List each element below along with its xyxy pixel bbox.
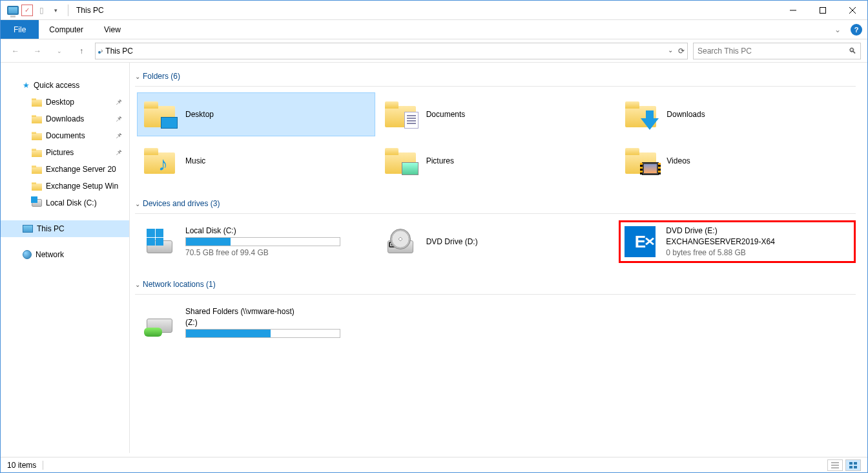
quick-access-label: Quick access	[34, 81, 79, 90]
search-input[interactable]	[698, 47, 849, 56]
refresh-button[interactable]: ⟳	[678, 47, 685, 56]
dvd-icon: DVD	[384, 225, 417, 258]
tab-view[interactable]: View	[94, 20, 131, 39]
tile-local-disk-c[interactable]: Local Disk (C:) 70.5 GB free of 99.4 GB	[138, 220, 375, 263]
sidebar-item-label: Network	[36, 250, 64, 259]
exchange-icon: E	[623, 225, 657, 258]
sidebar-item-documents[interactable]: Documents 📌︎	[1, 127, 129, 144]
chevron-down-icon: ⌄	[135, 281, 140, 288]
address-bar[interactable]: › This PC ⌄ ⟳	[95, 43, 688, 59]
pin-icon: 📌︎	[115, 114, 123, 123]
ribbon-expand-icon[interactable]: ⌄	[831, 25, 844, 34]
divider	[68, 5, 68, 16]
sidebar-item-label: Local Disk (C:)	[46, 198, 97, 207]
tile-label-2: (Z:)	[185, 318, 369, 327]
sidebar-item-this-pc[interactable]: This PC	[1, 220, 129, 237]
titlebar: ✓ ▯ ▾ This PC	[1, 1, 867, 20]
sidebar-item-label: Exchange Server 20	[46, 165, 116, 174]
tile-label: DVD Drive (E:)	[666, 226, 851, 235]
pin-icon: 📌︎	[115, 131, 123, 140]
qat-checklist-icon[interactable]: ✓	[21, 5, 33, 16]
sidebar-item-label: Pictures	[46, 148, 74, 157]
sidebar-item-label: Desktop	[46, 98, 74, 107]
folder-icon	[32, 182, 42, 191]
view-details-button[interactable]	[827, 459, 843, 471]
videos-folder-icon	[624, 144, 657, 178]
search-box[interactable]: 🔍︎	[693, 43, 861, 59]
forward-button[interactable]: →	[29, 43, 46, 59]
minimize-button[interactable]	[778, 1, 808, 19]
tile-subtext: 0 bytes free of 5.88 GB	[666, 248, 851, 257]
ribbon: File Computer View ⌄ ?	[1, 20, 867, 39]
sidebar-item-downloads[interactable]: Downloads 📌︎	[1, 110, 129, 127]
sidebar-item-label: Exchange Setup Win	[46, 182, 118, 191]
documents-folder-icon	[384, 98, 417, 131]
network-icon	[23, 250, 32, 259]
tab-file[interactable]: File	[1, 20, 39, 39]
sidebar: ★ Quick access Desktop 📌︎ Downloads 📌︎ D…	[1, 63, 130, 453]
group-header-network[interactable]: ⌄ Network locations (1)	[135, 276, 856, 295]
sidebar-item-exchange-setup[interactable]: Exchange Setup Win	[1, 178, 129, 194]
navigation-row: ← → ⌄ ↑ › This PC ⌄ ⟳ 🔍︎	[1, 39, 867, 63]
group-header-label: Folders (6)	[143, 72, 180, 81]
breadcrumb-this-pc[interactable]: This PC	[105, 47, 133, 56]
chevron-right-icon[interactable]: ›	[101, 47, 103, 54]
group-header-folders[interactable]: ⌄ Folders (6)	[135, 68, 856, 87]
qat-document-icon[interactable]: ▯	[36, 5, 47, 16]
group-header-drives[interactable]: ⌄ Devices and drives (3)	[135, 195, 856, 214]
tile-videos[interactable]: Videos	[619, 140, 856, 182]
tile-pictures[interactable]: Pictures	[378, 140, 615, 182]
close-button[interactable]	[838, 1, 867, 19]
pin-icon: 📌︎	[115, 148, 123, 157]
tile-dvd-d[interactable]: DVD DVD Drive (D:)	[378, 220, 615, 263]
group-header-label: Network locations (1)	[143, 280, 216, 289]
sidebar-item-local-disk-c[interactable]: Local Disk (C:)	[1, 194, 129, 211]
tile-desktop[interactable]: Desktop	[138, 93, 375, 136]
sidebar-item-label: Downloads	[46, 114, 84, 123]
folder-icon	[32, 165, 42, 174]
usage-bar	[185, 329, 340, 338]
tile-label: Downloads	[666, 110, 851, 119]
help-button[interactable]: ?	[851, 24, 862, 36]
search-icon[interactable]: 🔍︎	[849, 47, 856, 56]
content-pane: ⌄ Folders (6) Desktop Documents Downlo	[130, 63, 867, 453]
view-tiles-button[interactable]	[845, 459, 861, 471]
sidebar-item-desktop[interactable]: Desktop 📌︎	[1, 94, 129, 110]
tile-music[interactable]: Music	[138, 140, 375, 182]
tile-label: Desktop	[185, 110, 369, 119]
star-icon: ★	[23, 81, 30, 90]
tab-computer[interactable]: Computer	[39, 20, 94, 39]
recent-locations-dropdown[interactable]: ⌄	[51, 43, 68, 59]
desktop-folder-icon	[143, 98, 176, 131]
tile-shared-folders-z[interactable]: Shared Folders (\\vmware-host) (Z:)	[138, 301, 375, 344]
chevron-down-icon: ⌄	[135, 200, 140, 207]
tile-downloads[interactable]: Downloads	[619, 93, 856, 136]
tile-label: Local Disk (C:)	[185, 226, 369, 235]
tile-label: Shared Folders (\\vmware-host)	[185, 307, 369, 316]
sidebar-item-pictures[interactable]: Pictures 📌︎	[1, 144, 129, 161]
status-text: 10 items	[7, 461, 36, 470]
sidebar-item-network[interactable]: Network	[1, 246, 129, 263]
tile-dvd-e-exchange[interactable]: E DVD Drive (E:) EXCHANGESERVER2019-X64 …	[619, 220, 856, 263]
sidebar-quick-access[interactable]: ★ Quick access	[1, 77, 129, 94]
address-dropdown-icon[interactable]: ⌄	[668, 47, 673, 56]
tile-label: DVD Drive (D:)	[426, 237, 610, 246]
up-button[interactable]: ↑	[73, 43, 90, 59]
tile-label-2: EXCHANGESERVER2019-X64	[666, 237, 851, 246]
tile-documents[interactable]: Documents	[378, 93, 615, 136]
tile-label: Videos	[666, 156, 851, 165]
window-title: This PC	[76, 6, 104, 15]
folder-icon	[32, 149, 42, 157]
svg-rect-1	[820, 7, 826, 13]
qat-dropdown-icon[interactable]: ▾	[50, 5, 61, 16]
maximize-button[interactable]	[808, 1, 838, 19]
this-pc-icon	[7, 5, 19, 16]
quick-access-toolbar: ✓ ▯ ▾	[1, 5, 72, 16]
tile-label: Documents	[426, 110, 610, 119]
folder-icon	[32, 115, 42, 123]
sidebar-item-label: This PC	[37, 224, 65, 233]
back-button[interactable]: ←	[7, 43, 24, 59]
sidebar-item-label: Documents	[46, 131, 85, 140]
music-folder-icon	[143, 144, 176, 178]
sidebar-item-exchange-server[interactable]: Exchange Server 20	[1, 161, 129, 178]
